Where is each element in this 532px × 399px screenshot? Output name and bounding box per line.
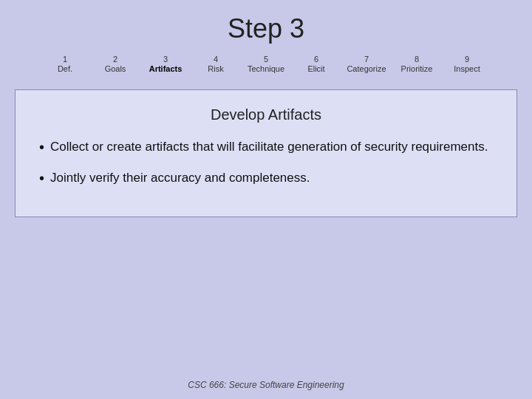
step-item-artifacts[interactable]: 3Artifacts <box>140 55 191 73</box>
title-bar: Step 3 <box>0 0 532 52</box>
bullet-text: Collect or create artifacts that will fa… <box>50 138 488 156</box>
step-number: 5 <box>264 55 268 64</box>
step-item-elicit[interactable]: 6Elicit <box>291 55 341 73</box>
step-label: Elicit <box>307 64 324 73</box>
step-label: Prioritize <box>401 64 433 73</box>
bullet-text: Jointly verify their accuracy and comple… <box>50 169 310 187</box>
step-number: 9 <box>465 55 469 64</box>
step-number: 8 <box>415 55 419 64</box>
step-label: Def. <box>58 64 72 73</box>
main-content-panel: Develop Artifacts •Collect or create art… <box>15 89 517 217</box>
step-label: Technique <box>248 64 284 73</box>
page-title: Step 3 <box>0 13 532 44</box>
step-item-prioritize[interactable]: 8Prioritize <box>392 55 442 73</box>
bullet-symbol: • <box>39 169 44 187</box>
footer-text: CSC 666: Secure Software Engineering <box>0 380 532 399</box>
step-item-def.[interactable]: 1Def. <box>40 55 90 73</box>
step-label: Artifacts <box>149 64 183 73</box>
bullet-item: •Collect or create artifacts that will f… <box>39 138 493 156</box>
step-item-categorize[interactable]: 7Categorize <box>341 55 392 73</box>
step-number: 2 <box>113 55 117 64</box>
step-label: Inspect <box>454 64 480 73</box>
bullet-list: •Collect or create artifacts that will f… <box>39 138 493 187</box>
step-number: 3 <box>163 55 168 64</box>
step-number: 4 <box>214 55 218 64</box>
step-label: Goals <box>105 64 126 73</box>
step-number: 1 <box>63 55 67 64</box>
step-item-risk[interactable]: 4Risk <box>191 55 241 73</box>
step-item-technique[interactable]: 5Technique <box>241 55 291 73</box>
step-label: Categorize <box>347 64 386 73</box>
step-label: Risk <box>208 64 223 73</box>
steps-navigation: 1Def.2Goals3Artifacts4Risk5Technique6Eli… <box>0 52 532 73</box>
step-item-goals[interactable]: 2Goals <box>90 55 140 73</box>
step-item-inspect[interactable]: 9Inspect <box>442 55 492 73</box>
step-number: 7 <box>364 55 369 64</box>
bullet-item: •Jointly verify their accuracy and compl… <box>39 169 493 187</box>
bullet-symbol: • <box>39 138 44 156</box>
step-number: 6 <box>314 55 318 64</box>
section-title: Develop Artifacts <box>39 106 493 123</box>
